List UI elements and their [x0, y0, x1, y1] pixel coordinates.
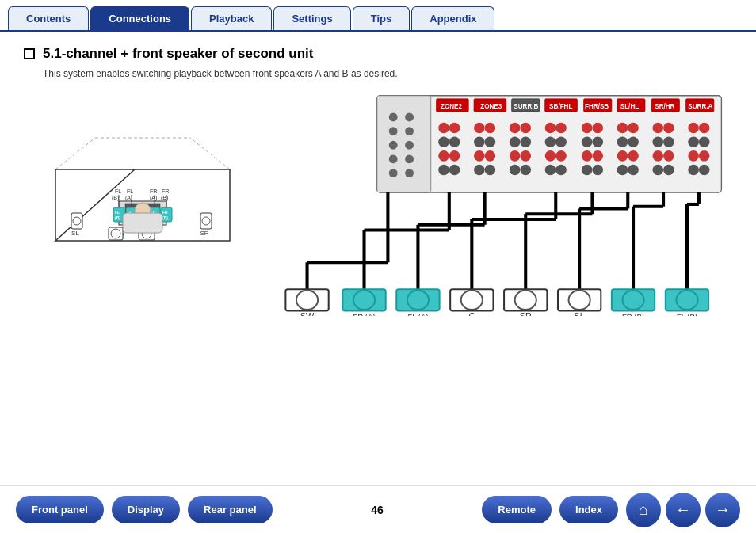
remote-button[interactable]: Remote — [482, 496, 552, 523]
svg-rect-166 — [342, 289, 385, 310]
svg-point-64 — [438, 123, 449, 134]
svg-text:FR: FR — [162, 210, 168, 215]
svg-point-136 — [405, 154, 414, 163]
svg-text:FL (B): FL (B) — [677, 312, 697, 316]
svg-text:SURR.B: SURR.B — [514, 103, 538, 110]
svg-text:SW: SW — [300, 311, 315, 316]
svg-point-87 — [556, 136, 567, 147]
svg-text:FL: FL — [127, 188, 133, 194]
page-number: 46 — [281, 504, 475, 516]
svg-text:ZONE2: ZONE2 — [441, 103, 463, 110]
tab-appendix[interactable]: Appendix — [411, 6, 494, 30]
svg-point-70 — [545, 123, 556, 134]
svg-text:SB/FHL: SB/FHL — [549, 103, 572, 110]
svg-rect-175 — [504, 289, 547, 310]
svg-text:ZONE3: ZONE3 — [480, 103, 502, 110]
svg-point-132 — [405, 127, 414, 135]
svg-rect-163 — [285, 289, 328, 310]
svg-point-99 — [485, 150, 496, 162]
svg-point-121 — [592, 165, 603, 176]
svg-point-111 — [699, 150, 710, 162]
svg-rect-169 — [396, 289, 439, 310]
svg-point-134 — [405, 141, 414, 150]
svg-text:FR: FR — [162, 188, 169, 194]
tab-connections[interactable]: Connections — [90, 6, 189, 30]
svg-point-119 — [556, 165, 567, 176]
svg-point-129 — [389, 113, 398, 122]
svg-point-101 — [520, 150, 531, 162]
svg-point-138 — [405, 169, 414, 177]
room-diagram-svg: FL (B) FL (A) FR (A) FR (B) C SW — [32, 90, 254, 257]
svg-point-80 — [438, 136, 449, 147]
svg-point-73 — [592, 123, 603, 134]
svg-point-125 — [663, 165, 674, 176]
svg-point-110 — [688, 150, 699, 162]
svg-point-124 — [652, 165, 663, 176]
svg-point-83 — [485, 136, 496, 147]
svg-point-92 — [652, 136, 663, 147]
tab-playback[interactable]: Playback — [191, 6, 272, 30]
svg-point-65 — [449, 123, 460, 134]
svg-point-109 — [663, 150, 674, 162]
tab-settings[interactable]: Settings — [273, 6, 350, 30]
svg-text:(B): (B) — [161, 195, 168, 201]
svg-point-81 — [449, 136, 460, 147]
svg-point-130 — [405, 113, 414, 122]
svg-point-96 — [438, 150, 449, 162]
display-button[interactable]: Display — [112, 496, 180, 523]
nav-tabs: Contents Connections Playback Settings T… — [0, 0, 756, 32]
svg-text:SURR.A: SURR.A — [688, 103, 712, 110]
svg-point-115 — [485, 165, 496, 176]
index-button[interactable]: Index — [559, 496, 618, 523]
forward-button[interactable]: → — [705, 493, 740, 527]
svg-rect-184 — [666, 289, 708, 310]
bottom-right-icons: ⌂ ← → — [626, 493, 740, 527]
rear-panel-button[interactable]: Rear panel — [188, 496, 272, 523]
front-panel-button[interactable]: Front panel — [16, 496, 104, 523]
svg-point-91 — [628, 136, 639, 147]
svg-point-126 — [688, 165, 699, 176]
svg-point-88 — [582, 136, 593, 147]
svg-point-133 — [389, 141, 398, 150]
diagram-area: FL (B) FL (A) FR (A) FR (B) C SW — [32, 90, 732, 319]
svg-point-71 — [556, 123, 567, 134]
svg-point-113 — [449, 165, 460, 176]
main-content: 5.1-channel + front speaker of second un… — [0, 32, 756, 327]
svg-text:FR (B): FR (B) — [622, 312, 644, 316]
svg-point-86 — [545, 136, 556, 147]
svg-text:SR/HR: SR/HR — [655, 103, 674, 110]
svg-text:SL: SL — [574, 311, 584, 316]
svg-text:FL (A): FL (A) — [407, 312, 428, 316]
svg-point-90 — [617, 136, 628, 147]
svg-point-74 — [617, 123, 628, 134]
svg-point-112 — [438, 165, 449, 176]
section-title: 5.1-channel + front speaker of second un… — [24, 46, 732, 62]
svg-point-135 — [389, 154, 398, 163]
svg-line-4 — [190, 138, 230, 169]
tab-contents[interactable]: Contents — [8, 6, 89, 30]
svg-point-67 — [485, 123, 496, 134]
tab-tips[interactable]: Tips — [353, 6, 410, 30]
left-diagram: FL (B) FL (A) FR (A) FR (B) C SW — [32, 90, 254, 319]
svg-point-106 — [617, 150, 628, 162]
back-button[interactable]: ← — [666, 493, 701, 527]
bottom-bar: Front panel Display Rear panel 46 Remote… — [0, 485, 756, 533]
svg-point-108 — [652, 150, 663, 162]
svg-text:(A): (A) — [125, 195, 132, 201]
svg-text:(B): (B) — [115, 215, 120, 220]
svg-line-3 — [55, 138, 95, 169]
home-button[interactable]: ⌂ — [626, 493, 661, 527]
svg-text:FR (A): FR (A) — [353, 312, 376, 316]
svg-point-68 — [510, 123, 521, 134]
svg-point-105 — [592, 150, 603, 162]
svg-text:(A): (A) — [150, 195, 157, 201]
svg-point-137 — [389, 169, 398, 177]
svg-point-79 — [699, 123, 710, 134]
svg-text:SR: SR — [520, 311, 532, 316]
svg-point-95 — [699, 136, 710, 147]
svg-point-85 — [520, 136, 531, 147]
svg-point-69 — [520, 123, 531, 134]
svg-point-84 — [510, 136, 521, 147]
svg-rect-28 — [123, 213, 162, 233]
svg-point-118 — [545, 165, 556, 176]
